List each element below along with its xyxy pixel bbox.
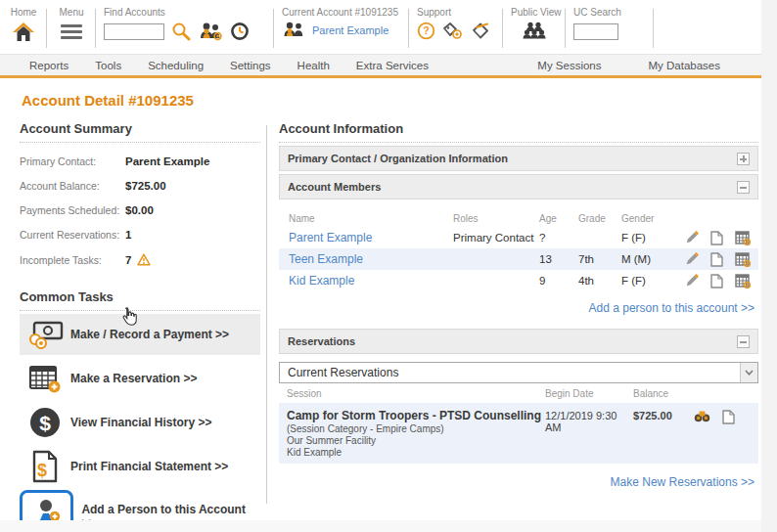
- home-icon[interactable]: [12, 22, 35, 43]
- add-person-link-wrap: Add a person to this account >>: [279, 301, 758, 315]
- support-label: Support: [417, 7, 495, 18]
- edit-pencil-icon[interactable]: [685, 252, 699, 266]
- task-make-payment[interactable]: Make / Record a Payment >>: [20, 314, 260, 355]
- summary-value: $0.00: [125, 204, 154, 216]
- col-grade: Grade: [578, 213, 621, 224]
- app-window: Home Menu Find Accounts: [0, 0, 777, 532]
- task-view-financial-history[interactable]: $ View Financial History >>: [20, 402, 260, 443]
- nav-settings[interactable]: Settings: [230, 60, 271, 71]
- nav-my-sessions[interactable]: My Sessions: [537, 60, 601, 71]
- window-gutter: [0, 520, 761, 532]
- calendar-add-icon: [20, 363, 70, 394]
- document-icon[interactable]: [722, 410, 735, 424]
- find-accounts-section: Find Accounts: [96, 7, 274, 54]
- current-account-label: Current Account #1091235: [282, 7, 401, 18]
- summary-label: Current Reservations:: [20, 229, 125, 241]
- find-accounts-label: Find Accounts: [104, 7, 266, 18]
- collapse-icon[interactable]: [737, 335, 750, 348]
- find-accounts-input[interactable]: [104, 23, 164, 40]
- current-account-link[interactable]: Parent Example: [312, 24, 388, 36]
- reservation-row: Camp for Storm Troopers - PTSD Counselli…: [279, 403, 758, 464]
- section-account-members[interactable]: Account Members: [279, 174, 758, 200]
- member-age: ?: [539, 232, 578, 244]
- col-age: Age: [539, 213, 578, 224]
- statement-icon: $: [20, 450, 70, 483]
- member-name-link[interactable]: Teen Example: [289, 252, 453, 266]
- main-nav: Reports Tools Scheduling Settings Health…: [0, 55, 761, 78]
- member-row: Parent Example Primary Contact ? F (F): [279, 227, 758, 248]
- summary-row-balance: Account Balance: $725.00: [20, 180, 260, 192]
- chevron-down-icon: [740, 363, 757, 382]
- edit-pencil-icon[interactable]: [685, 274, 699, 288]
- add-account-icon[interactable]: [198, 22, 223, 41]
- account-summary-title: Account Summary: [20, 121, 260, 143]
- svg-text:$: $: [39, 412, 51, 434]
- nav-reports[interactable]: Reports: [29, 60, 69, 71]
- menu-label: Menu: [55, 7, 88, 18]
- summary-value: Parent Example: [125, 155, 209, 167]
- reservation-category: (Session Category - Empire Camps): [287, 423, 545, 434]
- uc-search-section: UC Search: [566, 7, 654, 54]
- top-toolbar: Home Menu Find Accounts: [0, 0, 761, 55]
- document-icon[interactable]: [710, 274, 723, 288]
- search-icon[interactable]: [171, 22, 191, 41]
- summary-value: $725.00: [125, 180, 166, 192]
- warning-icon[interactable]: [137, 253, 151, 266]
- summary-row-payments: Payments Scheduled: $0.00: [20, 204, 260, 216]
- edit-pencil-icon[interactable]: [685, 231, 699, 244]
- section-primary-contact[interactable]: Primary Contact / Organization Informati…: [279, 146, 758, 171]
- nav-scheduling[interactable]: Scheduling: [148, 60, 204, 71]
- left-panel: Account Summary Primary Contact: Parent …: [20, 121, 260, 532]
- public-view-icon[interactable]: [522, 22, 547, 40]
- member-age: 13: [539, 253, 578, 265]
- task-make-reservation[interactable]: Make a Reservation >>: [20, 358, 260, 399]
- section-title: Account Members: [288, 181, 381, 193]
- history-icon[interactable]: [230, 22, 250, 41]
- nav-my-databases[interactable]: My Databases: [648, 60, 720, 71]
- nav-tools[interactable]: Tools: [95, 60, 121, 71]
- calendar-plus-icon[interactable]: [735, 274, 751, 288]
- member-name-link[interactable]: Parent Example: [289, 231, 453, 244]
- home-label: Home: [8, 7, 39, 18]
- nav-right-group: My Sessions My Databases: [537, 60, 761, 71]
- page-title: Account Detail #1091235: [22, 92, 194, 109]
- column-divider: [266, 125, 267, 504]
- dollar-circle-icon: $: [20, 406, 70, 439]
- reservation-person: Kid Example: [287, 447, 545, 458]
- expand-icon[interactable]: [737, 153, 750, 165]
- calendar-plus-icon[interactable]: [735, 231, 751, 245]
- summary-row-reservations: Current Reservations: 1: [20, 229, 260, 241]
- add-person-link[interactable]: Add a person to this account >>: [589, 301, 754, 315]
- menu-icon[interactable]: [61, 22, 82, 42]
- section-reservations[interactable]: Reservations: [279, 329, 758, 354]
- nav-health[interactable]: Health: [297, 60, 330, 71]
- common-tasks-title: Common Tasks: [20, 289, 260, 311]
- help-icon[interactable]: ?: [417, 22, 435, 40]
- uc-search-input[interactable]: [573, 23, 618, 40]
- summary-label: Incomplete Tasks:: [20, 254, 125, 266]
- member-name-link[interactable]: Kid Example: [289, 274, 453, 288]
- menu-section: Menu: [47, 7, 96, 54]
- col-roles: Roles: [453, 213, 539, 224]
- make-new-reservations-link[interactable]: Make New Reservations >>: [611, 475, 754, 489]
- summary-row-tasks: Incomplete Tasks: 7: [20, 253, 260, 266]
- svg-text:?: ?: [423, 24, 429, 36]
- reservation-begin-date: 12/1/2019 9:30 AM: [545, 409, 633, 458]
- col-session: Session: [287, 388, 545, 399]
- member-gender: M (M): [621, 253, 672, 265]
- collapse-icon[interactable]: [737, 181, 750, 194]
- reservation-facility: Our Summer Facility: [287, 435, 545, 446]
- support-section: Support ?: [409, 7, 503, 54]
- make-reservations-link-wrap: Make New Reservations >>: [279, 475, 758, 489]
- nav-extra-services[interactable]: Extra Services: [356, 60, 429, 71]
- task-print-statement[interactable]: $ Print Financial Statement >>: [20, 446, 260, 487]
- document-icon[interactable]: [710, 231, 723, 245]
- tag-icon[interactable]: [471, 22, 491, 40]
- reservations-filter-select[interactable]: Current Reservations: [279, 362, 758, 383]
- document-icon[interactable]: [710, 252, 723, 267]
- calendar-plus-icon[interactable]: [735, 252, 751, 267]
- summary-row-primary-contact: Primary Contact: Parent Example: [20, 155, 260, 167]
- member-roles: Primary Contact: [453, 232, 539, 244]
- binoculars-icon[interactable]: [694, 410, 710, 422]
- tag-add-icon[interactable]: [442, 22, 464, 40]
